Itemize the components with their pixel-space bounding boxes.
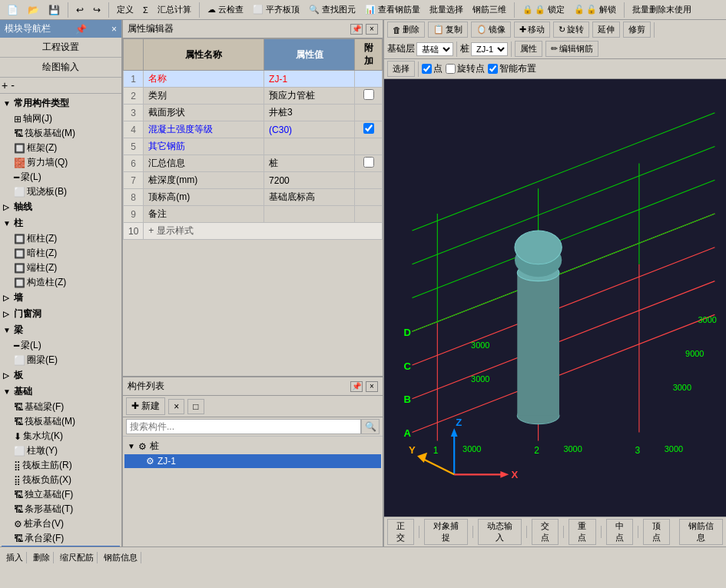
prop-name-2[interactable]: 类别 [144, 88, 264, 105]
sidebar-remove-icon[interactable]: - [11, 79, 15, 91]
sidebar-item-raft-found[interactable]: 🏗 筏板基础(M) [2, 414, 120, 429]
unlock-button[interactable]: 🔓🔓 解锁 [570, 2, 620, 17]
prop-name-9[interactable]: 备注 [144, 206, 264, 223]
sidebar-item-beam[interactable]: ━ 梁(L) [2, 170, 120, 184]
open-file-button[interactable]: 📂 [24, 3, 43, 17]
redo-button[interactable]: ↪ [89, 3, 104, 17]
prop-value-1[interactable]: ZJ-1 [264, 71, 355, 88]
prop-value-6[interactable]: 桩 [264, 155, 355, 172]
prop-name-8[interactable]: 顶标高(m) [144, 189, 264, 206]
sidebar-item-constr-col[interactable]: 🔲 构造柱(Z) [2, 275, 120, 290]
prop-value-5[interactable] [264, 138, 355, 155]
delete-button[interactable]: 🗑 删除 [387, 22, 425, 38]
sidebar-item-strip-found[interactable]: 🏗 条形基础(T) [2, 502, 120, 517]
prog-settings-button[interactable]: 工程设置 [0, 38, 121, 58]
prop-name-3[interactable]: 截面形状 [144, 105, 264, 121]
delete-component-button[interactable]: × [168, 399, 184, 414]
midpoint-button[interactable]: 中点 [606, 519, 633, 545]
cloud-check-button[interactable]: ☁ 云检查 [204, 2, 247, 17]
sidebar-section-axis[interactable]: ▷ 轴线 [2, 199, 120, 215]
member-select[interactable]: ZJ-1 [471, 42, 508, 56]
sigma-button[interactable]: Σ [139, 4, 152, 16]
sidebar-add-icon[interactable]: + [2, 79, 8, 91]
comp-search-input[interactable] [126, 419, 361, 434]
mirror-button[interactable]: 🪞 镜像 [471, 22, 511, 38]
dynamic-input-button[interactable]: 动态输入 [478, 519, 522, 545]
sidebar-item-pile[interactable]: ⬇ 桩(U) [2, 546, 120, 546]
prop-expand-10[interactable]: + 显示样式 [144, 223, 383, 240]
extend-button[interactable]: 延伸 [592, 22, 620, 38]
new-file-button[interactable]: 📄 [3, 3, 22, 17]
sidebar-item-frame[interactable]: 🔲 框架(Z) [2, 141, 120, 155]
attach-checkbox-6[interactable] [363, 157, 374, 168]
sidebar-item-sump[interactable]: ⬇ 集水坑(K) [2, 429, 120, 443]
sidebar-item-wall-net[interactable]: ⊞ 轴网(J) [2, 111, 120, 126]
copy-component-button[interactable]: □ [187, 399, 204, 414]
sidebar-item-frame-col[interactable]: 🔲 框柱(Z) [2, 231, 120, 246]
attach-4[interactable] [355, 121, 383, 138]
rotate-point-checkbox[interactable] [446, 64, 456, 74]
view-rebar-button[interactable]: 📊 查看钢筋量 [361, 2, 424, 17]
level-board-button[interactable]: ⬜ 平齐板顶 [249, 2, 303, 17]
property-button[interactable]: 属性 [515, 41, 542, 57]
prop-value-2[interactable]: 预应力管桩 [264, 88, 355, 105]
sidebar-close-icon[interactable]: × [111, 24, 117, 35]
intersection-button[interactable]: 交点 [532, 519, 559, 545]
comp-pile-group[interactable]: ▼ ⚙ 桩 [124, 438, 381, 454]
orthogonal-button[interactable]: 正交 [387, 519, 414, 545]
sidebar-item-cap-beam[interactable]: 🏗 承台梁(F) [2, 531, 120, 546]
point-checkbox-label[interactable]: 点 [422, 62, 443, 75]
sidebar-section-beam[interactable]: ▼ 梁 [2, 322, 120, 338]
copy-button[interactable]: 📋 复制 [428, 22, 468, 38]
viewport-canvas[interactable]: Z X Y A B C D 1 2 3 3000 3 [384, 79, 726, 517]
sidebar-item-col-cap[interactable]: ⬜ 柱墩(Y) [2, 443, 120, 458]
sidebar-item-found-beam[interactable]: 🏗 基础梁(F) [2, 400, 120, 414]
smart-place-checkbox[interactable] [488, 64, 498, 74]
sidebar-item-end-col[interactable]: 🔲 端柱(Z) [2, 261, 120, 275]
edit-rebar-button[interactable]: ✏ 编辑钢筋 [545, 41, 598, 57]
new-component-button[interactable]: ✚ 新建 [126, 397, 165, 415]
undo-button[interactable]: ↩ [72, 3, 88, 17]
prop-name-1[interactable]: 名称 [144, 71, 264, 88]
vertex-button[interactable]: 顶点 [643, 519, 670, 545]
prop-value-8[interactable]: 基础底标高 [264, 189, 355, 206]
prop-name-6[interactable]: 汇总信息 [144, 155, 264, 172]
batch-delete-button[interactable]: 批量删除末使用 [628, 2, 695, 17]
rebar-info-button[interactable]: 钢筋信息 [679, 519, 723, 545]
save-button[interactable]: 💾 [45, 3, 64, 17]
select-button[interactable]: 选择 [387, 61, 415, 77]
sidebar-item-beam-l[interactable]: ━ 梁(L) [2, 338, 120, 353]
comp-pile-zj1[interactable]: ⚙ ZJ-1 [124, 454, 381, 468]
floor-sum-button[interactable]: 汇总计算 [154, 2, 195, 17]
draw-input-button[interactable]: 绘图输入 [0, 58, 121, 78]
comp-panel-pin-button[interactable]: 📌 [350, 381, 363, 392]
attach-6[interactable] [355, 155, 383, 172]
prop-value-9[interactable] [264, 206, 355, 223]
sidebar-item-iso-found[interactable]: 🏗 独立基础(F) [2, 487, 120, 502]
sidebar-item-dark-col[interactable]: 🔲 暗柱(Z) [2, 246, 120, 261]
prop-name-5[interactable]: 其它钢筋 [144, 138, 264, 155]
panel-pin-button[interactable]: 📌 [350, 24, 363, 35]
prop-value-3[interactable]: 井桩3 [264, 105, 355, 121]
snap-button[interactable]: 对象捕捉 [424, 519, 468, 545]
sidebar-pin-icon[interactable]: 📌 [75, 24, 87, 35]
sidebar-section-column[interactable]: ▼ 柱 [2, 215, 120, 231]
batch-select-button[interactable]: 批量选择 [426, 2, 467, 17]
layer-select[interactable]: 基础 [416, 42, 453, 56]
prop-name-7[interactable]: 桩深度(mm) [144, 172, 264, 189]
rebar-3d-button[interactable]: 钢筋三维 [469, 2, 510, 17]
point-checkbox[interactable] [422, 64, 432, 74]
sidebar-item-raft-main[interactable]: ⣿ 筏板主筋(R) [2, 458, 120, 473]
smart-place-checkbox-label[interactable]: 智能布置 [488, 62, 536, 75]
define-button[interactable]: 定义 [113, 2, 138, 17]
sidebar-section-wall[interactable]: ▷ 墙 [2, 290, 120, 306]
prop-name-4[interactable]: 混凝土强度等级 [144, 121, 264, 138]
sidebar-item-shear-wall[interactable]: 🧱 剪力墙(Q) [2, 155, 120, 170]
sidebar-section-door[interactable]: ▷ 门窗洞 [2, 306, 120, 322]
comp-panel-close-button[interactable]: × [366, 381, 378, 392]
sidebar-item-ring-beam[interactable]: ⬜ 圈梁(E) [2, 353, 120, 367]
panel-close-button[interactable]: × [366, 24, 378, 35]
sidebar-item-floor-slab[interactable]: ⬜ 现浇板(B) [2, 184, 120, 199]
attach-2[interactable] [355, 88, 383, 105]
sidebar-item-pile-cap[interactable]: ⚙ 桩承台(V) [2, 517, 120, 531]
